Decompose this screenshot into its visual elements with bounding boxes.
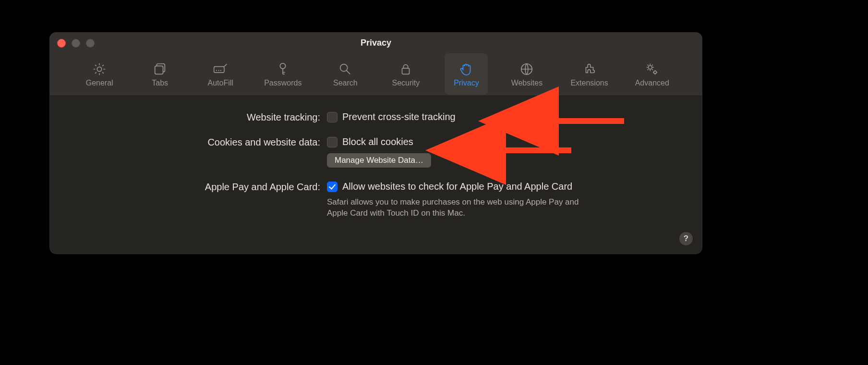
manage-website-data-button[interactable]: Manage Website Data… <box>327 153 431 168</box>
row-website-tracking: Website tracking: Prevent cross-site tra… <box>61 111 691 123</box>
help-button[interactable]: ? <box>679 232 693 245</box>
tab-privacy[interactable]: Privacy <box>445 53 488 95</box>
svg-point-3 <box>216 70 217 71</box>
tab-tabs[interactable]: Tabs <box>138 53 181 95</box>
tab-websites[interactable]: Websites <box>505 53 548 95</box>
tab-label: Security <box>392 79 420 87</box>
tab-passwords[interactable]: Passwords <box>259 53 306 95</box>
tab-label: Tabs <box>152 79 168 87</box>
tab-extensions[interactable]: Extensions <box>566 53 613 95</box>
svg-rect-8 <box>402 68 410 74</box>
tab-label: General <box>86 79 113 87</box>
apple-pay-helper-text: Safari allows you to make purchases on t… <box>327 197 596 219</box>
tab-label: Advanced <box>635 79 669 87</box>
checkbox-prevent-cross-site-tracking[interactable]: Prevent cross-site tracking <box>327 111 691 122</box>
preferences-toolbar: General Tabs AutoFill Passwords Search <box>49 53 702 96</box>
svg-point-0 <box>97 67 101 71</box>
tab-label: Extensions <box>570 79 608 87</box>
checkbox-icon <box>327 112 338 122</box>
hand-icon <box>458 61 474 77</box>
tab-search[interactable]: Search <box>324 53 367 95</box>
tab-autofill[interactable]: AutoFill <box>199 53 242 95</box>
svg-rect-1 <box>155 66 163 74</box>
puzzle-icon <box>582 61 597 77</box>
svg-point-7 <box>340 64 348 72</box>
tab-security[interactable]: Security <box>384 53 427 95</box>
privacy-pane: Website tracking: Prevent cross-site tra… <box>49 96 702 254</box>
tab-label: AutoFill <box>207 79 233 87</box>
checkbox-label: Prevent cross-site tracking <box>342 111 456 122</box>
tab-label: Privacy <box>454 79 479 87</box>
checkbox-allow-apple-pay-check[interactable]: Allow websites to check for Apple Pay an… <box>327 181 691 192</box>
svg-point-4 <box>218 70 219 71</box>
gears-icon <box>644 61 660 77</box>
svg-point-6 <box>280 63 286 69</box>
tab-general[interactable]: General <box>78 53 121 95</box>
checkbox-block-all-cookies[interactable]: Block all cookies <box>327 136 691 147</box>
tab-label: Search <box>333 79 358 87</box>
row-cookies: Cookies and website data: Block all cook… <box>61 136 691 168</box>
lock-icon <box>398 61 413 77</box>
svg-point-5 <box>220 70 221 71</box>
label-website-tracking: Website tracking: <box>61 111 320 123</box>
svg-rect-2 <box>214 67 224 73</box>
key-icon <box>275 61 290 77</box>
svg-point-11 <box>654 71 657 74</box>
label-apple-pay: Apple Pay and Apple Card: <box>61 181 320 193</box>
tabs-icon <box>152 61 168 77</box>
window-title: Privacy <box>49 32 702 53</box>
globe-icon <box>519 61 534 77</box>
preferences-window: Privacy General Tabs AutoFill Passw <box>49 32 702 254</box>
label-cookies: Cookies and website data: <box>61 136 320 148</box>
autofill-icon <box>213 61 228 77</box>
svg-point-10 <box>649 66 652 70</box>
titlebar: Privacy <box>49 32 702 53</box>
checkbox-label: Allow websites to check for Apple Pay an… <box>342 181 572 192</box>
checkbox-icon <box>327 182 338 192</box>
search-icon <box>338 61 353 77</box>
tab-label: Websites <box>511 79 543 87</box>
row-apple-pay: Apple Pay and Apple Card: Allow websites… <box>61 181 691 219</box>
tab-advanced[interactable]: Advanced <box>630 53 674 95</box>
gear-icon <box>92 61 107 77</box>
checkbox-icon <box>327 137 338 147</box>
tab-label: Passwords <box>264 79 301 87</box>
checkbox-label: Block all cookies <box>342 136 413 147</box>
